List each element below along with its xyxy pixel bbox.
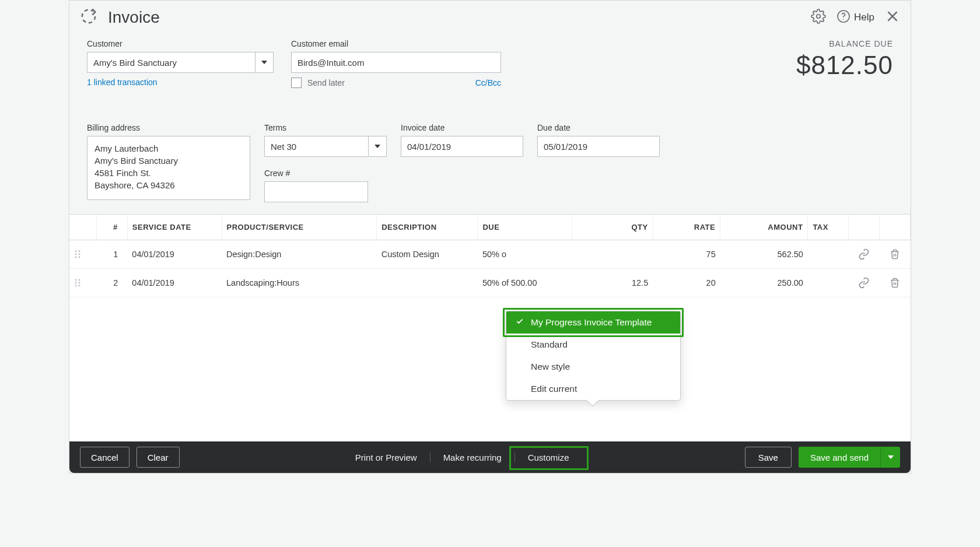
- cell-product[interactable]: Landscaping:Hours: [222, 269, 377, 297]
- recurring-icon: [80, 8, 97, 27]
- ccbcc-link[interactable]: Cc/Bcc: [475, 78, 501, 87]
- crew-label: Crew #: [264, 169, 387, 178]
- drag-handle-icon[interactable]: [69, 240, 96, 269]
- terms-label: Terms: [264, 123, 387, 132]
- svg-point-11: [75, 257, 77, 258]
- svg-point-9: [75, 254, 77, 255]
- svg-marker-6: [374, 145, 380, 148]
- svg-point-7: [75, 251, 77, 253]
- crew-field[interactable]: [264, 181, 368, 202]
- line-items-table: # SERVICE DATE PRODUCT/SERVICE DESCRIPTI…: [69, 214, 911, 441]
- link-icon[interactable]: [848, 240, 879, 269]
- col-header-service-date: SERVICE DATE: [127, 215, 222, 240]
- customer-label: Customer: [87, 39, 274, 48]
- send-later-checkbox[interactable]: [291, 78, 302, 88]
- col-header-rate: RATE: [653, 215, 720, 240]
- customer-dropdown-button[interactable]: [255, 52, 274, 73]
- cancel-button[interactable]: Cancel: [80, 447, 130, 468]
- svg-point-14: [79, 279, 80, 281]
- table-row[interactable]: 204/01/2019Landscaping:Hours50% of 500.0…: [69, 269, 911, 297]
- customize-menu: My Progress Invoice Template Standard Ne…: [506, 311, 681, 401]
- link-icon[interactable]: [848, 269, 879, 297]
- table-row[interactable]: 104/01/2019Design:DesignCustom Design50%…: [69, 240, 911, 269]
- print-preview-link[interactable]: Print or Preview: [342, 453, 430, 462]
- svg-point-8: [79, 251, 80, 253]
- billing-address-field[interactable]: Amy Lauterbach Amy's Bird Sanctuary 4581…: [87, 136, 250, 200]
- col-header-due: DUE: [478, 215, 572, 240]
- linked-transaction-link[interactable]: 1 linked transaction: [87, 78, 274, 87]
- cell-service-date[interactable]: 04/01/2019: [127, 240, 222, 269]
- menu-label: New style: [531, 362, 570, 372]
- col-header-description: DESCRIPTION: [377, 215, 478, 240]
- svg-point-12: [79, 257, 80, 258]
- menu-label: My Progress Invoice Template: [531, 317, 652, 328]
- clear-button[interactable]: Clear: [136, 447, 180, 468]
- cell-num: 1: [96, 240, 127, 269]
- save-and-send-dropdown[interactable]: [880, 447, 900, 468]
- svg-point-16: [79, 282, 80, 284]
- customize-menu-item-newstyle[interactable]: New style: [506, 356, 680, 378]
- svg-point-18: [79, 285, 80, 287]
- col-header-num: #: [96, 215, 127, 240]
- cell-amount[interactable]: 250.00: [720, 269, 808, 297]
- cell-num: 2: [96, 269, 127, 297]
- customize-menu-item-selected[interactable]: My Progress Invoice Template: [506, 311, 680, 334]
- svg-point-15: [75, 282, 77, 284]
- col-header-tax: TAX: [808, 215, 848, 240]
- help-button[interactable]: Help: [836, 9, 874, 26]
- terms-dropdown-button[interactable]: [368, 136, 387, 157]
- col-header-product: PRODUCT/SERVICE: [222, 215, 377, 240]
- cell-rate[interactable]: 20: [653, 269, 720, 297]
- save-button[interactable]: Save: [745, 447, 792, 468]
- close-icon[interactable]: [885, 9, 900, 26]
- due-date-label: Due date: [537, 123, 660, 132]
- customize-menu-item-standard[interactable]: Standard: [506, 334, 680, 356]
- svg-point-13: [75, 279, 77, 281]
- trash-icon[interactable]: [879, 240, 910, 269]
- trash-icon[interactable]: [879, 269, 910, 297]
- col-header-amount: AMOUNT: [720, 215, 808, 240]
- cell-service-date[interactable]: 04/01/2019: [127, 269, 222, 297]
- svg-point-17: [75, 285, 77, 287]
- footer-bar: Cancel Clear Print or Preview Make recur…: [69, 441, 911, 473]
- invoice-date-field[interactable]: [401, 136, 523, 157]
- email-label: Customer email: [291, 39, 501, 48]
- make-recurring-link[interactable]: Make recurring: [430, 453, 514, 462]
- form-area: Customer 1 linked transaction Customer e…: [69, 33, 911, 214]
- cell-description[interactable]: [377, 269, 478, 297]
- page-title: Invoice: [108, 8, 160, 27]
- svg-point-2: [843, 19, 844, 20]
- svg-marker-5: [261, 61, 267, 64]
- svg-point-0: [817, 15, 821, 19]
- cell-rate[interactable]: 75: [653, 240, 720, 269]
- email-field[interactable]: [291, 52, 501, 73]
- cell-qty[interactable]: [572, 240, 653, 269]
- cell-due[interactable]: 50% o: [478, 240, 572, 269]
- terms-select[interactable]: [264, 136, 368, 157]
- balance-due-amount: $812.50: [796, 51, 893, 80]
- cell-description[interactable]: Custom Design: [377, 240, 478, 269]
- svg-point-10: [79, 254, 80, 255]
- save-and-send-button[interactable]: Save and send: [799, 447, 880, 468]
- send-later-label: Send later: [307, 78, 345, 87]
- svg-marker-19: [888, 455, 894, 459]
- menu-label: Standard: [531, 339, 568, 350]
- invoice-date-label: Invoice date: [401, 123, 523, 132]
- cell-product[interactable]: Design:Design: [222, 240, 377, 269]
- cell-tax[interactable]: [808, 240, 848, 269]
- customer-select[interactable]: [87, 52, 255, 73]
- drag-handle-icon[interactable]: [69, 269, 96, 297]
- help-label: Help: [854, 12, 874, 23]
- billing-label: Billing address: [87, 123, 250, 132]
- col-header-qty: QTY: [572, 215, 653, 240]
- menu-label: Edit current: [531, 384, 577, 394]
- cell-qty[interactable]: 12.5: [572, 269, 653, 297]
- cell-amount[interactable]: 562.50: [720, 240, 808, 269]
- customize-link[interactable]: Customize: [514, 453, 582, 462]
- due-date-field[interactable]: [537, 136, 660, 157]
- cell-due[interactable]: 50% of 500.00: [478, 269, 572, 297]
- balance-due-label: BALANCE DUE: [796, 39, 893, 48]
- page-header: Invoice Help: [69, 1, 911, 33]
- cell-tax[interactable]: [808, 269, 848, 297]
- gear-icon[interactable]: [811, 9, 826, 26]
